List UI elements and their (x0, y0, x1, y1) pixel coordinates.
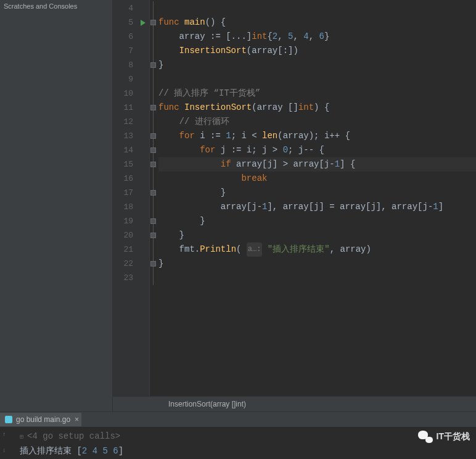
line-number[interactable]: 19 (113, 214, 149, 228)
console-controls: ↑ ↓ (2, 428, 6, 458)
code-line[interactable]: } (158, 186, 476, 200)
line-number[interactable]: 15 (113, 157, 149, 172)
token-hint: a…: (247, 242, 263, 257)
fold-toggle-icon[interactable] (150, 261, 156, 267)
expand-icon[interactable]: ⊞ (20, 434, 27, 440)
code-line[interactable]: } (158, 214, 476, 228)
fold-toggle-icon[interactable] (150, 133, 156, 139)
scroll-up-icon[interactable]: ↑ (2, 428, 6, 442)
fold-gutter[interactable] (150, 0, 158, 411)
code-line[interactable]: func InsertionSort(array []int) { (158, 101, 476, 115)
fold-toggle-icon[interactable] (150, 218, 156, 224)
line-number[interactable]: 14 (113, 143, 149, 157)
fold-toggle-icon[interactable] (150, 233, 156, 238)
line-number[interactable]: 6 (113, 30, 149, 44)
console-line-1: ⊞ <4 go setup calls> (20, 429, 476, 444)
line-number[interactable]: 17 (113, 186, 149, 200)
token-p (262, 242, 267, 257)
code-line[interactable]: } (158, 228, 476, 242)
code-line[interactable]: array[j-1], array[j] = array[j], array[j… (158, 200, 476, 214)
code-line[interactable] (158, 271, 476, 285)
run-tab-label: go build main.go (16, 415, 70, 424)
project-sidebar[interactable]: Scratches and Consoles (0, 0, 113, 411)
token-p: , array) (330, 242, 371, 257)
token-k: func (158, 15, 184, 30)
code-line[interactable]: // 进行循环 (158, 115, 476, 129)
line-number[interactable]: 18 (113, 200, 149, 214)
line-number[interactable]: 10 (113, 86, 149, 101)
line-number[interactable]: 9 (113, 72, 149, 86)
console-value: 2 (82, 446, 87, 456)
code-line[interactable]: fmt.Println( a…: "插入排序结束", array) (158, 242, 476, 257)
line-number[interactable]: 5 (113, 15, 149, 30)
code-line[interactable]: } (158, 257, 476, 271)
code-editor[interactable]: func main() { array := [...]int{2, 5, 4,… (158, 0, 476, 411)
token-fn: Println (200, 242, 236, 257)
line-number[interactable]: 11 (113, 101, 149, 115)
fold-toggle-icon[interactable] (150, 162, 156, 167)
breadcrumb-bar[interactable]: InsertionSort(array []int) (113, 396, 476, 411)
fold-toggle-icon[interactable] (150, 20, 156, 25)
line-number[interactable]: 23 (113, 271, 149, 285)
fold-toggle-icon[interactable] (150, 105, 156, 110)
line-number[interactable]: 22 (113, 257, 149, 271)
fold-toggle-icon[interactable] (150, 62, 156, 68)
console-line-2: 插入排序结束 [2 4 5 6] (20, 444, 476, 458)
main-layout: Scratches and Consoles 45678910111213141… (0, 0, 476, 411)
token-p: ( (236, 242, 247, 257)
line-number[interactable]: 13 (113, 129, 149, 143)
token-p: ] (247, 30, 252, 44)
line-number[interactable]: 21 (113, 242, 149, 257)
console-output[interactable]: ↑ ↓ ⊞ <4 go setup calls> 插入排序结束 [2 4 5 6… (0, 427, 476, 458)
token-n: 1 (226, 129, 231, 143)
token-p (158, 157, 221, 172)
fold-cell (150, 200, 158, 214)
token-p: array[j] > array[j- (236, 157, 335, 172)
line-number[interactable]: 12 (113, 115, 149, 129)
line-number[interactable]: 7 (113, 44, 149, 58)
fold-cell (150, 257, 158, 271)
code-line[interactable]: // 插入排序 “IT干货栈” (158, 86, 476, 101)
fold-cell (150, 186, 158, 200)
token-p: ], array[j] = array[j], array[j- (267, 200, 433, 214)
fold-toggle-icon[interactable] (150, 190, 156, 196)
code-line[interactable]: break (158, 172, 476, 186)
token-p: () { (205, 15, 226, 30)
code-line[interactable]: array := [...]int{2, 5, 4, 6} (158, 30, 476, 44)
scroll-down-icon[interactable]: ↓ (2, 444, 6, 458)
fold-cell (150, 58, 158, 72)
fold-cell (150, 242, 158, 257)
code-line[interactable]: } (158, 58, 476, 72)
code-line[interactable] (158, 1, 476, 15)
token-c: // 进行循环 (179, 115, 229, 129)
line-number[interactable]: 8 (113, 58, 149, 72)
token-p (158, 143, 200, 157)
token-p: (array [] (252, 101, 298, 115)
code-line[interactable]: InsertionSort(array[:]) (158, 44, 476, 58)
token-c: // 插入排序 “IT干货栈” (158, 86, 260, 101)
token-p: } (324, 30, 329, 44)
fold-toggle-icon[interactable] (150, 147, 156, 153)
token-p: , (293, 30, 303, 44)
scratches-node[interactable]: Scratches and Consoles (4, 2, 109, 10)
fold-cell (150, 15, 158, 30)
line-number[interactable]: 20 (113, 228, 149, 242)
fold-cell (150, 214, 158, 228)
token-n: 1 (335, 157, 340, 172)
token-p: ; j-- { (288, 143, 324, 157)
line-number[interactable]: 4 (113, 1, 149, 15)
run-gutter-icon[interactable] (141, 20, 146, 26)
code-line[interactable]: func main() { (158, 15, 476, 30)
code-line[interactable]: for j := i; j > 0; j-- { (158, 143, 476, 157)
token-p: } (158, 228, 184, 242)
code-line[interactable]: for i := 1; i < len(array); i++ { (158, 129, 476, 143)
code-line[interactable] (158, 72, 476, 86)
run-toolwindow: go build main.go × ↑ ↓ ⊞ <4 go setup cal… (0, 411, 476, 459)
run-config-tab[interactable]: go build main.go × (0, 413, 81, 426)
line-number[interactable]: 16 (113, 172, 149, 186)
go-file-icon (5, 416, 12, 423)
line-number-gutter[interactable]: 4567891011121314151617181920212223 (113, 0, 150, 411)
code-line[interactable]: if array[j] > array[j-1] { (158, 157, 476, 172)
close-icon[interactable]: × (75, 415, 79, 424)
fold-cell (150, 30, 158, 44)
